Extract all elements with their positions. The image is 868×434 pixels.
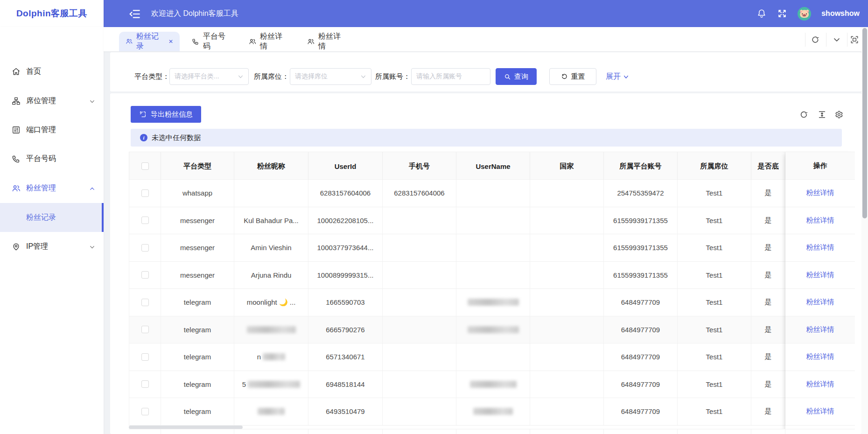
seat-select[interactable]: 请选择席位 xyxy=(290,68,371,85)
sidebar-item-label: 端口管理 xyxy=(26,125,56,135)
cell-text: telegram xyxy=(184,407,211,415)
cell-country xyxy=(530,316,604,343)
cell-text: 6493510479 xyxy=(326,407,364,415)
fan-detail-link[interactable]: 粉丝详情 xyxy=(806,298,834,307)
tab-粉丝记录-0[interactable]: 粉丝记录✕ xyxy=(119,32,180,51)
fan-detail-link[interactable]: 粉丝详情 xyxy=(806,216,834,225)
tab-label: 粉丝记录 xyxy=(136,32,163,51)
cell-text: messenger xyxy=(180,217,215,224)
cell-text: 是 xyxy=(765,216,772,225)
fan-detail-link[interactable]: 粉丝详情 xyxy=(806,407,834,416)
column-header-粉丝昵称: 粉丝昵称 xyxy=(234,152,308,180)
tab-粉丝详情-2[interactable]: 粉丝详情 xyxy=(242,32,294,51)
redacted-text xyxy=(247,326,296,333)
cell-platform: telegram xyxy=(161,343,234,371)
fan-detail-link[interactable]: 粉丝详情 xyxy=(806,271,834,280)
sidebar-item-fans-record[interactable]: 粉丝记录 xyxy=(0,203,104,232)
row-checkbox[interactable] xyxy=(141,326,149,333)
cell-text: 5 xyxy=(242,380,246,388)
partial-cell xyxy=(234,429,308,434)
row-checkbox-cell xyxy=(129,398,161,425)
sidebar-item-seat-management[interactable]: 席位管理 xyxy=(0,91,104,111)
row-checkbox[interactable] xyxy=(141,380,149,388)
fixed-action-column: 操作粉丝详情粉丝详情粉丝详情粉丝详情粉丝详情粉丝详情粉丝详情粉丝详情粉丝详情 xyxy=(785,152,855,434)
settings-gear-icon[interactable] xyxy=(834,110,843,119)
row-checkbox-cell xyxy=(129,316,161,343)
row-checkbox[interactable] xyxy=(141,271,149,279)
cell-account: 6484977709 xyxy=(604,398,678,425)
tab-平台号码-1[interactable]: 平台号码 xyxy=(185,32,238,51)
close-tab-icon[interactable]: ✕ xyxy=(168,38,173,45)
row-checkbox[interactable] xyxy=(141,217,149,224)
search-icon xyxy=(504,73,511,80)
row-height-icon[interactable] xyxy=(818,110,826,119)
cell-text: Test1 xyxy=(706,407,723,415)
cell-seat: Test1 xyxy=(678,316,751,343)
action-cell-3: 粉丝详情 xyxy=(785,262,855,289)
cell-text: telegram xyxy=(184,380,211,388)
cell-text: n xyxy=(257,353,261,361)
page-scrollbar-thumb[interactable] xyxy=(862,28,867,218)
cell-user_name xyxy=(456,316,530,343)
cell-platform: messenger xyxy=(161,262,234,289)
column-header-国家: 国家 xyxy=(530,152,604,180)
table-hscrollbar-thumb[interactable] xyxy=(129,426,243,429)
reset-icon xyxy=(561,73,568,80)
fan-detail-link[interactable]: 粉丝详情 xyxy=(806,352,834,361)
cell-phone: 6283157604006 xyxy=(383,180,456,207)
filter-panel: 平台类型： 请选择平台类... 所属席位： 请选择席位 所属账号： 请输入所属账… xyxy=(110,52,861,91)
cell-seat: Test1 xyxy=(678,262,751,289)
search-button[interactable]: 查询 xyxy=(496,68,537,85)
row-checkbox[interactable] xyxy=(141,408,149,415)
cell-flag: 是 xyxy=(751,371,785,398)
cell-country xyxy=(530,234,604,261)
cell-text: 1665590703 xyxy=(326,298,364,306)
cell-text: 6484977709 xyxy=(621,380,660,388)
cell-user_name xyxy=(456,180,530,207)
sidebar-item-platform-number[interactable]: 平台号码 xyxy=(0,149,104,168)
column-header-所属平台账号: 所属平台账号 xyxy=(604,152,678,180)
cell-text: 6484977709 xyxy=(621,407,660,415)
fit-screen-icon[interactable] xyxy=(850,35,859,44)
seat-label: 所属席位： xyxy=(254,72,289,81)
cell-country xyxy=(530,180,604,207)
bell-icon[interactable] xyxy=(756,8,767,19)
reset-button[interactable]: 重置 xyxy=(549,68,596,85)
user-avatar[interactable]: 🐷 xyxy=(798,7,811,21)
menu-collapse-icon[interactable] xyxy=(129,8,141,19)
cell-seat: Test1 xyxy=(678,180,751,207)
redacted-text xyxy=(258,408,285,415)
cell-phone xyxy=(383,398,456,425)
refresh-table-icon[interactable] xyxy=(799,110,808,119)
platform-type-select[interactable]: 请选择平台类... xyxy=(169,68,249,85)
fan-detail-link[interactable]: 粉丝详情 xyxy=(806,325,834,334)
fan-detail-link[interactable]: 粉丝详情 xyxy=(806,189,834,197)
sidebar-item-home[interactable]: 首页 xyxy=(0,62,104,81)
sidebar-item-fans-management[interactable]: 粉丝管理 xyxy=(0,178,104,198)
cell-account: 61559939171355 xyxy=(604,207,678,234)
select-all-checkbox[interactable] xyxy=(141,162,149,170)
cell-user_name xyxy=(456,343,530,371)
fan-detail-link[interactable]: 粉丝详情 xyxy=(806,380,834,389)
export-fans-button[interactable]: 导出粉丝信息 xyxy=(131,106,201,123)
fullscreen-icon[interactable] xyxy=(777,8,787,19)
cell-text: telegram xyxy=(184,298,211,306)
cell-text: telegram xyxy=(184,353,211,361)
row-checkbox[interactable] xyxy=(141,189,149,197)
refresh-tab-icon[interactable] xyxy=(811,35,820,44)
tab-粉丝详情-3[interactable]: 粉丝详情 xyxy=(301,32,353,51)
row-checkbox[interactable] xyxy=(141,353,149,361)
cell-text: Arjuna Rindu xyxy=(251,271,292,279)
sidebar-item-port-management[interactable]: 端口管理 xyxy=(0,120,104,140)
cell-flag: 是 xyxy=(751,207,785,234)
cell-phone xyxy=(383,343,456,371)
expand-link[interactable]: 展开 xyxy=(606,72,629,82)
sidebar-item-ip-management[interactable]: IP管理 xyxy=(0,237,104,256)
redacted-text xyxy=(473,408,513,415)
fan-detail-link[interactable]: 粉丝详情 xyxy=(806,243,834,252)
row-checkbox[interactable] xyxy=(141,244,149,252)
row-checkbox[interactable] xyxy=(141,299,149,306)
cell-text: whatsapp xyxy=(182,189,212,197)
account-input[interactable]: 请输入所属账号 xyxy=(411,68,490,85)
chevron-down-icon[interactable] xyxy=(832,35,841,44)
